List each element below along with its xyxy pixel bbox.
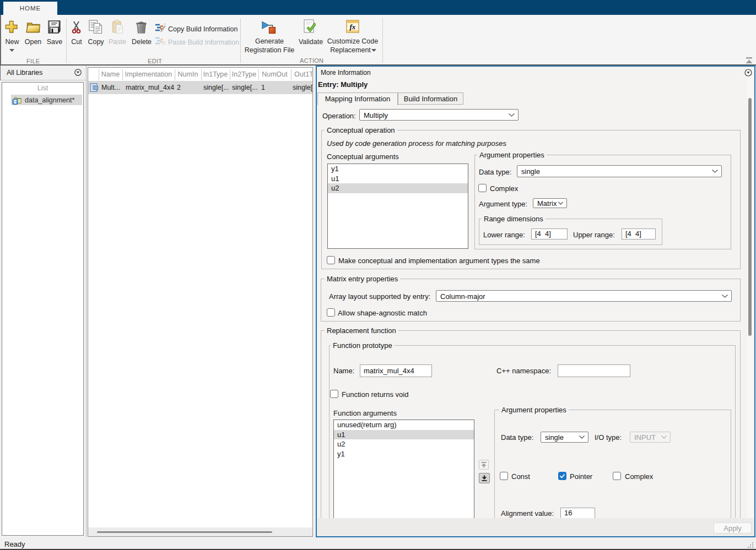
svg-text:fx: fx: [350, 23, 356, 31]
